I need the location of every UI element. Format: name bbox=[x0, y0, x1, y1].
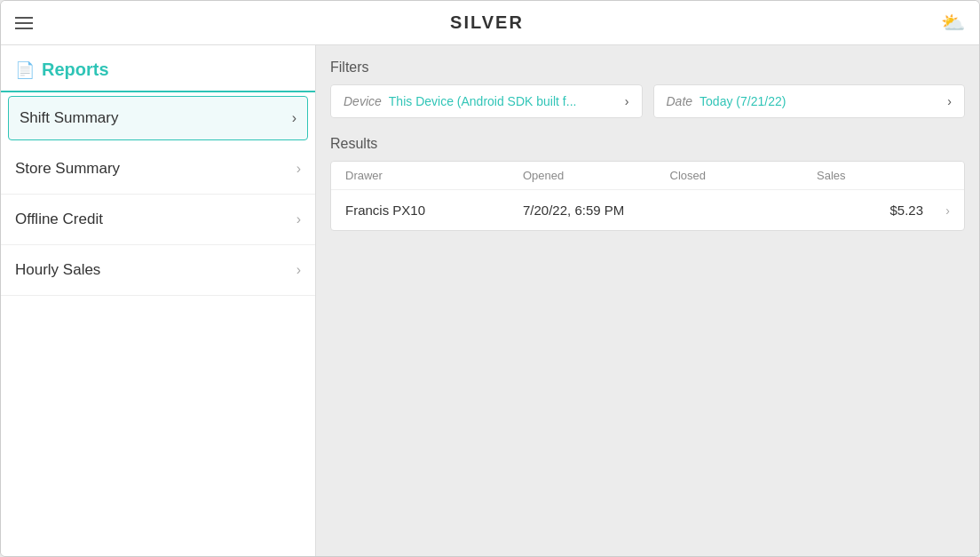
sidebar-item-shift-summary[interactable]: Shift Summary › bbox=[8, 96, 308, 140]
sidebar-item-offline-credit[interactable]: Offline Credit › bbox=[1, 195, 315, 245]
date-filter-key: Date bbox=[667, 94, 693, 108]
filters-label: Filters bbox=[330, 60, 965, 76]
sidebar: 📄 Reports Shift Summary › Store Summary … bbox=[1, 45, 316, 556]
col-header-chevron bbox=[923, 169, 950, 182]
main-content: Filters Device This Device (Android SDK … bbox=[316, 45, 979, 556]
col-header-drawer: Drawer bbox=[345, 169, 523, 182]
row-chevron-icon: › bbox=[923, 203, 950, 218]
app-title: SILVER bbox=[450, 12, 524, 33]
sidebar-item-label-shift-summary: Shift Summary bbox=[20, 109, 118, 127]
col-header-opened: Opened bbox=[523, 169, 670, 182]
header: SILVER ⛅ bbox=[1, 1, 979, 45]
date-filter-chevron-icon: › bbox=[947, 94, 952, 108]
filters-row: Device This Device (Android SDK built f.… bbox=[330, 84, 965, 118]
sidebar-item-store-summary[interactable]: Store Summary › bbox=[1, 144, 315, 195]
results-label: Results bbox=[330, 136, 965, 152]
date-filter[interactable]: Date Today (7/21/22) › bbox=[653, 84, 966, 118]
sidebar-item-label-store-summary: Store Summary bbox=[15, 160, 120, 178]
cell-sales: $5.23 bbox=[817, 203, 923, 218]
table-row[interactable]: Francis PX10 7/20/22, 6:59 PM $5.23 › bbox=[331, 190, 964, 230]
results-header-row: Drawer Opened Closed Sales bbox=[331, 162, 964, 190]
results-table: Drawer Opened Closed Sales Francis PX10 … bbox=[330, 161, 965, 231]
chevron-icon-shift-summary: › bbox=[292, 110, 296, 126]
cell-opened: 7/20/22, 6:59 PM bbox=[523, 203, 670, 218]
body: 📄 Reports Shift Summary › Store Summary … bbox=[1, 45, 979, 556]
screen: SILVER ⛅ 📄 Reports Shift Summary › Store… bbox=[0, 0, 980, 557]
col-header-sales: Sales bbox=[817, 169, 923, 182]
cell-drawer: Francis PX10 bbox=[345, 203, 523, 218]
app-title-text: SILVER bbox=[450, 12, 524, 32]
col-header-closed: Closed bbox=[670, 169, 818, 182]
device-filter[interactable]: Device This Device (Android SDK built f.… bbox=[330, 84, 643, 118]
sidebar-item-label-hourly-sales: Hourly Sales bbox=[15, 261, 100, 279]
chevron-icon-hourly-sales: › bbox=[296, 262, 301, 278]
sidebar-item-hourly-sales[interactable]: Hourly Sales › bbox=[1, 245, 315, 296]
date-filter-value: Today (7/21/22) bbox=[699, 94, 940, 108]
cloud-icon: ⛅ bbox=[941, 12, 965, 35]
sidebar-reports-title: Reports bbox=[42, 60, 109, 80]
chevron-icon-offline-credit: › bbox=[296, 211, 301, 227]
reports-icon: 📄 bbox=[15, 60, 35, 80]
chevron-icon-store-summary: › bbox=[296, 161, 301, 177]
device-filter-value: This Device (Android SDK built f... bbox=[389, 94, 618, 108]
device-filter-key: Device bbox=[344, 94, 382, 108]
sidebar-reports-header: 📄 Reports bbox=[1, 45, 315, 92]
menu-icon[interactable] bbox=[15, 17, 33, 29]
sidebar-item-label-offline-credit: Offline Credit bbox=[15, 211, 103, 228]
device-filter-chevron-icon: › bbox=[625, 94, 629, 108]
